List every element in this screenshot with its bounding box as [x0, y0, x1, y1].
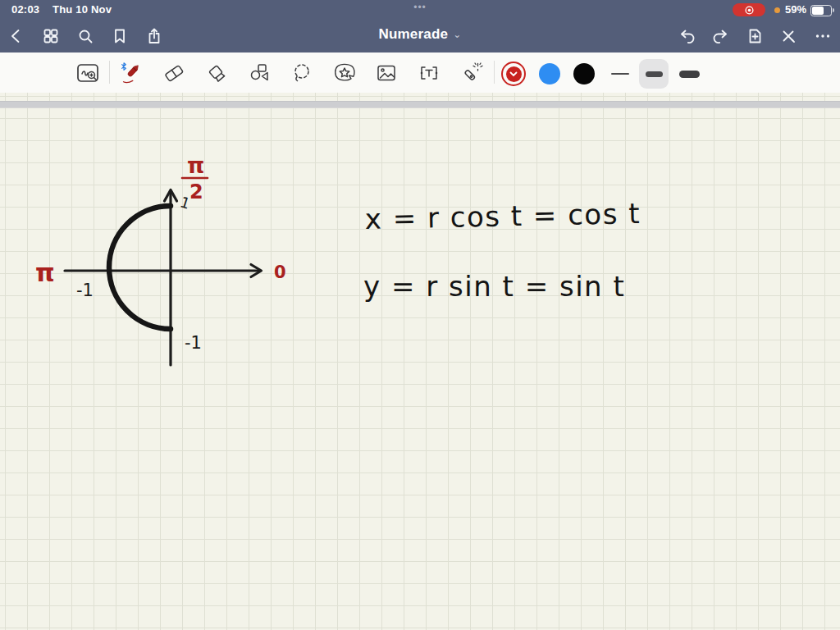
pen-tool[interactable]	[118, 61, 143, 85]
chevron-down-icon	[509, 71, 518, 77]
text-box-icon	[417, 62, 441, 84]
label-pi: π	[35, 258, 55, 287]
medium-stroke-icon	[646, 71, 663, 77]
semicircle-curve	[109, 206, 171, 329]
eraser-icon	[162, 62, 185, 84]
bluetooth-pen-icon	[118, 61, 143, 85]
more-icon	[814, 27, 832, 45]
stroke-thick-button[interactable]	[676, 66, 702, 82]
stroke-thin-button[interactable]	[608, 66, 632, 82]
equation-y: y = r sin t = sin t	[363, 270, 625, 303]
label-pi-over-2-numerator: π	[187, 153, 204, 178]
lasso-icon	[290, 62, 313, 84]
shapes-icon	[248, 62, 271, 84]
sticker-tool[interactable]	[332, 61, 357, 85]
document-title-label: Numerade	[378, 26, 448, 42]
label-zero: 0	[274, 262, 286, 282]
record-icon	[744, 5, 755, 16]
nav-bar: Numerade⌄	[0, 20, 840, 52]
laser-pointer-icon	[459, 62, 484, 84]
label-minus-one-x: -1	[76, 281, 94, 300]
close-icon	[779, 27, 797, 45]
shapes-tool[interactable]	[247, 61, 272, 85]
highlighter-tool[interactable]	[204, 61, 229, 85]
axes	[65, 190, 262, 366]
note-canvas[interactable]: π 2 π 0 1 -1 -1 x = r cos t = cos t y = …	[0, 93, 840, 630]
add-page-button[interactable]	[746, 27, 764, 45]
undo-icon	[678, 27, 696, 45]
screen-recording-indicator[interactable]	[733, 3, 765, 16]
equation-x: x = r cos t = cos t	[364, 197, 641, 235]
lasso-tool[interactable]	[290, 61, 314, 85]
toolbar-divider	[109, 61, 110, 84]
color-swatch-red[interactable]	[501, 62, 526, 86]
text-tool[interactable]	[417, 61, 441, 85]
image-tool[interactable]	[374, 61, 399, 85]
battery-percent: 59%	[785, 3, 806, 16]
chevron-down-icon: ⌄	[453, 29, 461, 40]
highlighter-icon	[205, 62, 228, 84]
more-button[interactable]	[814, 27, 832, 45]
toolbar-divider	[494, 61, 495, 84]
status-bar: 02:03 Thu 10 Nov ••• 59%	[0, 0, 840, 20]
zoom-window-icon	[75, 62, 100, 84]
multitask-dots-icon: •••	[404, 2, 436, 13]
color-swatch-black[interactable]	[573, 63, 595, 84]
thin-stroke-icon	[611, 73, 629, 75]
color-swatch-red-inner	[506, 66, 522, 82]
zoom-window-tool[interactable]	[75, 61, 100, 85]
battery-icon	[810, 5, 832, 16]
close-button[interactable]	[779, 27, 797, 45]
redo-icon	[711, 27, 729, 45]
date: Thu 10 Nov	[52, 3, 112, 16]
handwritten-ink: π 2 π 0 1 -1 -1 x = r cos t = cos t y = …	[0, 93, 840, 630]
undo-button[interactable]	[678, 27, 696, 45]
clock: 02:03	[11, 3, 39, 16]
image-icon	[375, 62, 398, 84]
label-pi-over-2-denominator: 2	[189, 180, 203, 203]
redo-button[interactable]	[711, 27, 729, 45]
add-page-icon	[746, 27, 764, 45]
microphone-active-dot	[774, 7, 780, 13]
color-swatch-blue[interactable]	[539, 63, 560, 84]
angle-labels: π 2 π 0	[35, 153, 286, 287]
equations: x = r cos t = cos t y = r sin t = sin t	[363, 197, 641, 303]
app-window: 02:03 Thu 10 Nov ••• 59%	[0, 0, 840, 630]
stroke-medium-button[interactable]	[639, 59, 669, 89]
label-minus-one-y: -1	[185, 333, 202, 353]
sticker-star-icon	[332, 62, 357, 84]
eraser-tool[interactable]	[162, 61, 186, 85]
thick-stroke-icon	[679, 71, 700, 78]
pen-toolbar	[0, 52, 840, 94]
laser-pointer-tool[interactable]	[459, 61, 484, 85]
